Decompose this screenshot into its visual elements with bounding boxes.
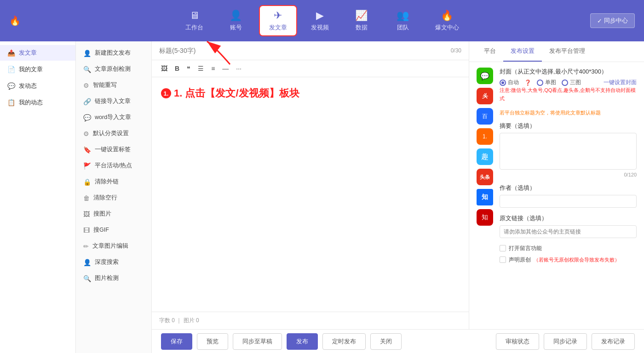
- platform-toutiao2[interactable]: 头条: [477, 169, 493, 185]
- nav-team[interactable]: 👥 团队: [385, 6, 421, 35]
- preview-button[interactable]: 预览: [197, 333, 228, 350]
- tool-default-category[interactable]: ⚙ 默认分类设置: [76, 125, 151, 142]
- original-link-input[interactable]: [500, 225, 637, 238]
- tool-platform-activity[interactable]: 🚩 平台活动/热点: [76, 158, 151, 174]
- toolbar-bold[interactable]: B: [173, 64, 181, 73]
- radio-three[interactable]: 三图: [562, 79, 581, 86]
- summary-label: 摘要（选填）: [500, 122, 637, 130]
- sidebar-item-my-moments[interactable]: 📋 我的动态: [0, 95, 75, 110]
- radio-single-circle: [537, 80, 543, 86]
- tool-original-detect[interactable]: 🔍 文章原创检测: [76, 61, 151, 77]
- cover-setting: 封面（从正文中选择,最小尺寸400*300） 自动 ❓: [500, 68, 637, 102]
- video-icon: ▶: [316, 10, 324, 22]
- nav-video[interactable]: ▶ 发视频: [302, 6, 339, 35]
- editor-footer: 字数 0 ｜ 图片 0: [152, 312, 469, 329]
- platform-wechat[interactable]: 💬: [477, 68, 493, 84]
- author-input[interactable]: [500, 195, 637, 208]
- platform-baijiahao[interactable]: 百: [477, 108, 493, 125]
- save-button[interactable]: 保存: [161, 333, 192, 350]
- sync-draft-button[interactable]: 同步至草稿: [233, 333, 282, 350]
- toolbar-list-bullet[interactable]: ☰: [196, 64, 206, 73]
- tool-image-detect[interactable]: 🔍 图片检测: [76, 270, 151, 286]
- tool-one-click-tags[interactable]: 🔖 一键设置标签: [76, 142, 151, 158]
- toolbar-image[interactable]: 🖼: [159, 64, 169, 73]
- hot-icon: 🔥: [441, 10, 453, 22]
- publish-log-button[interactable]: 发布记录: [592, 333, 635, 350]
- original-declare-checkbox[interactable]: 声明原创 （若账号无原创权限会导致发布失败）: [500, 256, 637, 264]
- right-content: 💬 头 百 1.: [469, 62, 644, 329]
- tool-search-image[interactable]: 🖼 搜图片: [76, 206, 151, 222]
- tool-deep-search[interactable]: 👤 深度搜索: [76, 254, 151, 270]
- editor-content[interactable]: 1. 1. 点击【发文/发视频】板块: [152, 77, 469, 312]
- sidebar-item-post-article[interactable]: 📤 发文章: [0, 45, 75, 61]
- platform-baidu[interactable]: 知: [477, 209, 493, 226]
- nav-account[interactable]: 👤 账号: [218, 6, 254, 35]
- bottom-right-buttons: 审核状态 同步记录 发布记录: [496, 333, 635, 350]
- toolbar-more[interactable]: ···: [234, 64, 243, 73]
- tool-link-import[interactable]: 🔗 链接导入文章: [76, 93, 151, 109]
- nav-hot[interactable]: 🔥 爆文中心: [426, 6, 468, 35]
- nav-items: 🖥 工作台 👤 账号 ✈ 发文章 ▶ 发视频 📈 数据 👥 团队: [9, 5, 635, 36]
- timed-publish-button[interactable]: 定时发布: [322, 333, 366, 350]
- comment-checkbox[interactable]: 打开留言功能: [500, 245, 637, 252]
- tools-panel: 👤 新建图文发布 🔍 文章原创检测 ⚙ 智能重写 🔗 链接导入文章 💬 word…: [76, 41, 152, 353]
- nav-data[interactable]: 📈 数据: [343, 6, 380, 35]
- tab-platform-mgmt[interactable]: 发布平台管理: [542, 41, 592, 62]
- toolbar-divider[interactable]: —: [220, 64, 230, 73]
- sync-center-button[interactable]: ✓ 同步中心: [590, 13, 635, 28]
- platform-settings: 封面（从正文中选择,最小尺寸400*300） 自动 ❓: [500, 68, 637, 268]
- top-nav: 🔥 🖥 工作台 👤 账号 ✈ 发文章 ▶ 发视频 📈 数据: [0, 0, 644, 41]
- tab-publish-settings[interactable]: 发布设置: [503, 41, 542, 62]
- editor-annotation: 1. 1. 点击【发文/发视频】板块: [161, 86, 299, 100]
- summary-count: 0/120: [500, 172, 637, 177]
- sync-log-button[interactable]: 同步记录: [544, 333, 587, 350]
- radio-three-circle: [562, 80, 568, 86]
- right-tabs: 平台 发布设置 发布平台管理: [469, 41, 644, 62]
- sidebar-item-my-articles[interactable]: 📄 我的文章: [0, 62, 75, 77]
- summary-textarea[interactable]: [500, 133, 637, 170]
- data-icon: 📈: [355, 10, 368, 22]
- tool-search-gif[interactable]: 🎞 搜GIF: [76, 222, 151, 238]
- editor-area: 0/30 🖼 B ❝ ☰ ≡ — ··· 1.: [152, 41, 469, 329]
- author-label: 作者（选填）: [500, 184, 637, 192]
- radio-auto[interactable]: 自动: [500, 79, 519, 86]
- publish-button[interactable]: 发布: [287, 333, 318, 350]
- radio-single[interactable]: 单图: [537, 79, 556, 86]
- platform-yidian[interactable]: 趣: [477, 148, 493, 165]
- editor-toolbar: 🖼 B ❝ ☰ ≡ — ···: [152, 60, 469, 77]
- tab-platform[interactable]: 平台: [477, 41, 503, 62]
- my-articles-icon: 📄: [7, 66, 15, 73]
- platform-mtn[interactable]: 1.: [477, 128, 493, 145]
- tool-clean-links[interactable]: 🔒 清除外链: [76, 174, 151, 190]
- toolbar-list-numbered[interactable]: ≡: [209, 64, 217, 73]
- tool-word-import[interactable]: 💬 word导入文章: [76, 109, 151, 125]
- tool-smart-rewrite[interactable]: ⚙ 智能重写: [76, 77, 151, 93]
- post-article-icon: 📤: [7, 49, 15, 57]
- bottom-left-buttons: 保存 预览 同步至草稿 发布 定时发布 关闭: [161, 333, 402, 350]
- nav-right: ✓ 同步中心: [590, 13, 635, 28]
- sidebar: 📤 发文章 📄 我的文章 💬 发动态 📋 我的动态: [0, 41, 76, 353]
- close-button[interactable]: 关闭: [370, 333, 402, 350]
- one-click-cover-btn[interactable]: 一键设置封面: [604, 79, 637, 86]
- tool-new-image-post[interactable]: 👤 新建图文发布: [76, 45, 151, 61]
- sidebar-item-moments[interactable]: 💬 发动态: [0, 78, 75, 94]
- char-count: 0/30: [451, 47, 461, 54]
- tool-clean-empty[interactable]: 🗑 清除空行: [76, 190, 151, 206]
- comment-checkbox-box: [500, 245, 506, 251]
- cover-warning-text: 注意:微信号,大鱼号,QQ看点,趣头条,企鹅号不支持自动封面模式: [500, 86, 637, 102]
- nav-workbench[interactable]: 🖥 工作台: [176, 6, 213, 35]
- author-section: 作者（选填）: [500, 184, 637, 208]
- toolbar-quote[interactable]: ❝: [185, 64, 192, 73]
- title-input[interactable]: [159, 47, 451, 54]
- platform-toutiao[interactable]: 头: [477, 88, 493, 104]
- platform-section: 💬 头 百 1.: [477, 68, 637, 268]
- original-declare-warning: （若账号无原创权限会导致发布失败）: [534, 256, 620, 263]
- review-status-button[interactable]: 审核状态: [496, 333, 539, 350]
- moments-icon: 💬: [7, 82, 15, 90]
- nav-article[interactable]: ✈ 发文章: [259, 5, 297, 36]
- platform-zhihu[interactable]: 知: [477, 189, 493, 205]
- account-icon: 👤: [230, 10, 242, 22]
- bottom-bar: 保存 预览 同步至草稿 发布 定时发布 关闭 审核状态 同步记录 发布记录: [152, 329, 644, 353]
- tool-edit-image[interactable]: ✏ 文章图片编辑: [76, 238, 151, 254]
- main-content: 0/30 🖼 B ❝ ☰ ≡ — ··· 1.: [152, 41, 644, 353]
